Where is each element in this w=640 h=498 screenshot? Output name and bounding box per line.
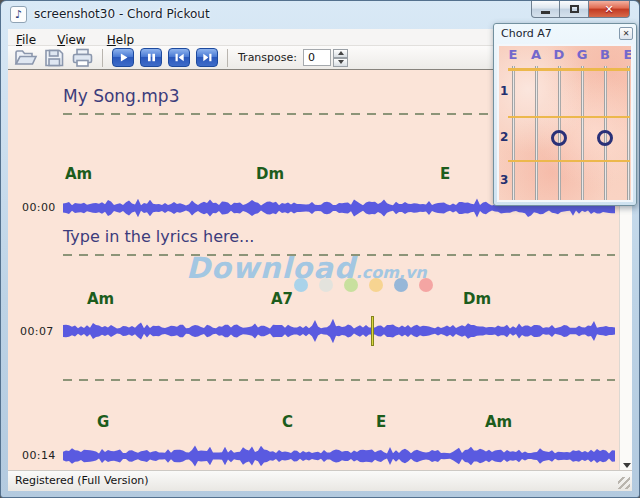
- chord-window-titlebar[interactable]: Chord A7 ✕: [494, 24, 636, 44]
- skip-end-icon: [202, 52, 213, 63]
- chord-diagram-window: Chord A7 ✕ EADGBE123: [493, 23, 637, 206]
- chord-label[interactable]: Am: [485, 413, 512, 431]
- menu-help[interactable]: Help: [99, 32, 142, 47]
- skip-start-icon: [174, 52, 185, 63]
- toolbar-separator: [102, 49, 103, 67]
- open-folder-icon: [14, 48, 38, 68]
- chord-label[interactable]: Dm: [256, 165, 284, 183]
- close-icon: ✕: [604, 4, 613, 15]
- caption-buttons: ✕: [531, 1, 630, 18]
- chord-window-title: Chord A7: [501, 27, 552, 40]
- chord-label[interactable]: G: [97, 413, 109, 431]
- spinner-down-button[interactable]: [333, 58, 348, 67]
- pause-icon: [146, 52, 157, 63]
- open-button[interactable]: [12, 47, 40, 69]
- finger-position-marker: [597, 130, 613, 146]
- playback-cursor[interactable]: [371, 316, 374, 346]
- window-title: screenshot30 - Chord Pickout: [34, 7, 210, 21]
- fret-number: 3: [500, 173, 509, 187]
- chord-label[interactable]: Am: [87, 290, 114, 308]
- close-icon: ✕: [623, 29, 630, 38]
- chord-label[interactable]: E: [440, 165, 450, 183]
- printer-icon: [71, 48, 94, 68]
- menu-view[interactable]: View: [49, 32, 93, 47]
- app-icon: ♪: [10, 6, 27, 23]
- scroll-down-icon[interactable]: [623, 463, 631, 468]
- finger-position-marker: [551, 130, 567, 146]
- toolbar-separator: [227, 49, 228, 67]
- transpose-label: Transpose:: [238, 51, 297, 64]
- waveform-2[interactable]: [63, 317, 615, 345]
- resize-grip[interactable]: [618, 477, 630, 489]
- chord-row-2: AmA7Dm: [8, 290, 632, 308]
- guitar-string: [627, 66, 630, 200]
- lyrics-line[interactable]: [63, 379, 615, 381]
- play-button[interactable]: [112, 48, 134, 67]
- fretboard: EADGBE123: [497, 44, 633, 202]
- chord-label[interactable]: A7: [271, 290, 293, 308]
- maximize-button[interactable]: [560, 1, 588, 18]
- nut-line: [508, 68, 630, 71]
- down-arrow-icon: [338, 60, 344, 64]
- save-button[interactable]: [40, 47, 68, 69]
- lyrics-placeholder[interactable]: Type in the lyrics here...: [63, 227, 254, 246]
- string-label: G: [573, 47, 591, 62]
- song-title[interactable]: My Song.mp3: [63, 86, 179, 106]
- fret-line: [508, 116, 630, 118]
- next-button[interactable]: [196, 48, 218, 67]
- chord-label[interactable]: C: [282, 413, 293, 431]
- spinner-up-button[interactable]: [333, 49, 348, 58]
- status-text: Registered (Full Version): [15, 474, 149, 487]
- minimize-button[interactable]: [531, 1, 560, 18]
- string-label: E: [619, 47, 633, 62]
- fret-number: 1: [500, 84, 509, 98]
- guitar-string: [535, 66, 538, 200]
- transpose-input[interactable]: [303, 49, 331, 66]
- minimize-icon: [541, 11, 550, 14]
- app-window: ♪ screenshot30 - Chord Pickout ✕ File Vi…: [0, 0, 640, 498]
- waveform-3[interactable]: [63, 442, 615, 470]
- save-floppy-icon: [43, 48, 65, 68]
- timestamp-3: 00:14: [22, 449, 56, 462]
- timestamp-1: 00:00: [22, 201, 56, 214]
- guitar-string: [512, 66, 515, 200]
- string-label: D: [550, 47, 568, 62]
- status-bar: Registered (Full Version): [8, 470, 632, 491]
- string-label: A: [527, 47, 545, 62]
- up-arrow-icon: [338, 51, 344, 55]
- play-icon: [118, 52, 129, 63]
- chord-label[interactable]: Am: [65, 165, 92, 183]
- chord-row-3: GCEAm: [8, 413, 632, 431]
- string-label: E: [504, 47, 522, 62]
- chord-window-close-button[interactable]: ✕: [619, 27, 633, 40]
- string-label: B: [596, 47, 614, 62]
- guitar-string: [581, 66, 584, 200]
- chord-label[interactable]: Dm: [463, 290, 491, 308]
- close-button[interactable]: ✕: [588, 1, 630, 18]
- menu-file[interactable]: File: [8, 32, 44, 47]
- timestamp-2: 00:07: [20, 325, 54, 338]
- chord-label[interactable]: E: [376, 413, 386, 431]
- fret-number: 2: [500, 130, 509, 144]
- transpose-spinner[interactable]: [333, 49, 348, 67]
- maximize-icon: [570, 5, 579, 13]
- fret-line: [508, 160, 630, 162]
- previous-button[interactable]: [168, 48, 190, 67]
- print-button[interactable]: [68, 47, 96, 69]
- pause-button[interactable]: [140, 48, 162, 67]
- watermark: Download.com.vn: [186, 251, 427, 285]
